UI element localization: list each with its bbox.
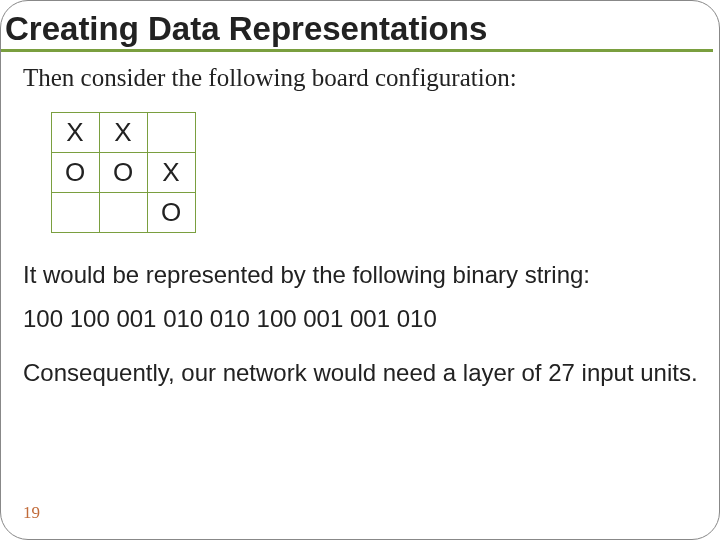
cell-1-1: O bbox=[99, 152, 148, 193]
binary-string: 100 100 001 010 010 100 001 001 010 bbox=[23, 304, 701, 334]
cell-1-2: X bbox=[147, 152, 196, 193]
cell-0-0: X bbox=[51, 112, 100, 153]
board-grid: X X O O X O bbox=[51, 112, 701, 232]
slide-frame: Creating Data Representations Then consi… bbox=[0, 0, 720, 540]
slide-title: Creating Data Representations bbox=[1, 1, 713, 52]
cell-2-0 bbox=[51, 192, 100, 233]
cell-1-0: O bbox=[51, 152, 100, 193]
cell-2-2: O bbox=[147, 192, 196, 233]
cell-2-1 bbox=[99, 192, 148, 233]
conclusion-text: Consequently, our network would need a l… bbox=[23, 358, 701, 388]
cell-0-1: X bbox=[99, 112, 148, 153]
slide-body: Then consider the following board config… bbox=[1, 52, 719, 388]
intro-text: Then consider the following board config… bbox=[23, 64, 701, 92]
cell-0-2 bbox=[147, 112, 196, 153]
desc-text: It would be represented by the following… bbox=[23, 260, 701, 290]
page-number: 19 bbox=[23, 503, 40, 523]
